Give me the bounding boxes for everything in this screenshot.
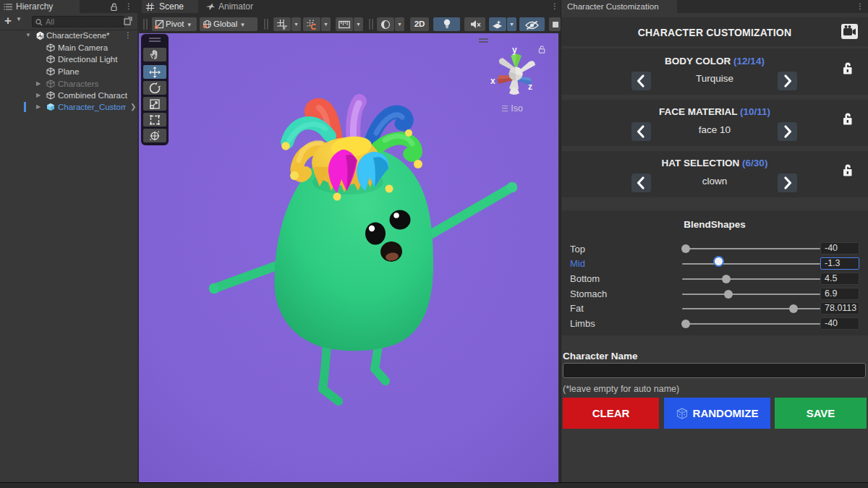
svg-text:y: y: [512, 45, 517, 55]
svg-text:z: z: [528, 82, 532, 92]
svg-text:x: x: [490, 76, 495, 86]
svg-text:Y: Y: [283, 25, 286, 30]
